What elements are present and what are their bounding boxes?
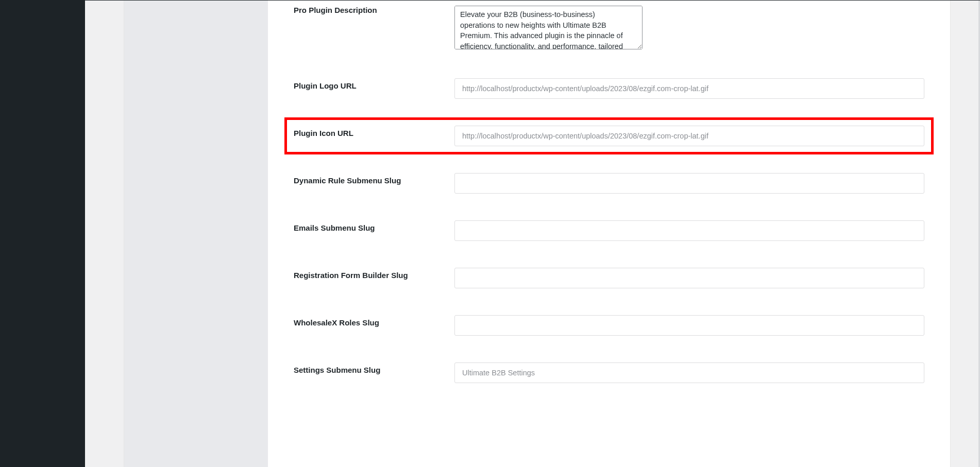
- settings-slug-input[interactable]: [454, 362, 924, 383]
- label-roles-slug: WholesaleX Roles Slug: [294, 315, 454, 327]
- label-icon-url: Plugin Icon URL: [294, 126, 454, 137]
- field-row-emails-slug: Emails Submenu Slug: [294, 220, 924, 241]
- pro-description-textarea[interactable]: [454, 6, 643, 49]
- field-row-registration-slug: Registration Form Builder Slug: [294, 268, 924, 288]
- wp-admin-sidebar: [0, 1, 85, 467]
- field-row-dynamic-rule-slug: Dynamic Rule Submenu Slug: [294, 173, 924, 194]
- label-registration-slug: Registration Form Builder Slug: [294, 268, 454, 280]
- emails-slug-input[interactable]: [454, 220, 924, 241]
- label-dynamic-rule-slug: Dynamic Rule Submenu Slug: [294, 173, 454, 185]
- gap-panel: [85, 1, 124, 467]
- field-row-pro-description: Pro Plugin Description: [294, 6, 924, 51]
- field-row-logo-url: Plugin Logo URL: [294, 78, 924, 99]
- label-settings-slug: Settings Submenu Slug: [294, 362, 454, 374]
- settings-form-area: Pro Plugin Description Plugin Logo URL P…: [268, 1, 950, 467]
- wp-admin-layout: Pro Plugin Description Plugin Logo URL P…: [0, 0, 980, 467]
- roles-slug-input[interactable]: [454, 315, 924, 336]
- field-row-settings-slug: Settings Submenu Slug: [294, 362, 924, 383]
- registration-slug-input[interactable]: [454, 268, 924, 288]
- field-row-icon-url: Plugin Icon URL: [294, 126, 924, 146]
- label-logo-url: Plugin Logo URL: [294, 78, 454, 90]
- icon-url-input[interactable]: [454, 126, 924, 146]
- settings-side-panel: [124, 1, 268, 467]
- right-gutter: [950, 1, 978, 467]
- field-row-roles-slug: WholesaleX Roles Slug: [294, 315, 924, 336]
- dynamic-rule-slug-input[interactable]: [454, 173, 924, 194]
- logo-url-input[interactable]: [454, 78, 924, 99]
- label-pro-description: Pro Plugin Description: [294, 6, 454, 14]
- label-emails-slug: Emails Submenu Slug: [294, 220, 454, 232]
